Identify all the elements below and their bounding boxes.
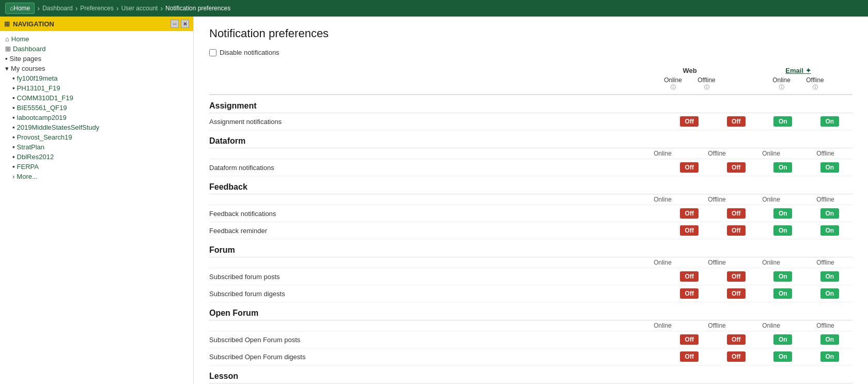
course-5-link[interactable]: labootcamp2019 (17, 114, 67, 121)
disable-notifications-row: Disable notifications (209, 49, 853, 56)
btn-email-offline-4-0[interactable]: On (820, 334, 839, 345)
sidebar-close-btn[interactable]: ✕ (181, 20, 189, 28)
notif-row-label-2-1: Feedback reminder (209, 227, 667, 235)
sidebar-item-course-7[interactable]: ▪ Provost_Search19 (0, 132, 193, 142)
course-4-link[interactable]: BIE55561_QF19 (17, 104, 67, 112)
btn-web-online-4-1[interactable]: Off (680, 351, 699, 362)
breadcrumb-user-account[interactable]: User account (121, 5, 158, 12)
breadcrumb-dashboard[interactable]: Dashboard (42, 5, 73, 12)
category-header-2: Feedback (209, 176, 853, 194)
sidebar-item-dashboard[interactable]: ⊞ Dashboard (0, 44, 193, 54)
more-link[interactable]: More... (17, 173, 37, 180)
email-offline-header: Offline ⓘ (798, 76, 832, 91)
sidebar-item-course-1[interactable]: ▪ fy100f19meta (0, 73, 193, 83)
btn-web-online-2-0[interactable]: Off (680, 208, 699, 219)
notif-row-1-0: Dataform notificationsOffOffOnOn (209, 159, 853, 176)
btn-email-offline-2-0[interactable]: On (820, 208, 839, 219)
sidebar-item-course-9[interactable]: ▪ DblRes2012 (0, 152, 193, 162)
column-headers: Web Online ⓘ Offline ⓘ Email ✦ (209, 67, 853, 95)
course-1-link[interactable]: fy100f19meta (17, 74, 58, 82)
btn-email-online-2-0[interactable]: On (773, 208, 792, 219)
btn-email-online-4-0[interactable]: On (773, 334, 792, 345)
dashboard-link[interactable]: Dashboard (13, 45, 46, 53)
btn-email-online-4-1[interactable]: On (773, 351, 792, 362)
sidebar-item-course-4[interactable]: ▪ BIE55561_QF19 (0, 103, 193, 113)
course-2-link[interactable]: PH13101_F19 (17, 84, 60, 92)
disable-notifications-checkbox[interactable] (209, 49, 216, 56)
sidebar-item-course-8[interactable]: ▪ StratPlan (0, 142, 193, 152)
course-10-link[interactable]: FERPA (17, 163, 39, 171)
web-label: Web (683, 67, 696, 74)
sidebar-item-course-3[interactable]: ▪ COMM310D1_F19 (0, 93, 193, 103)
btn-email-online-3-0[interactable]: On (773, 271, 792, 282)
sidebar: ⊞ NAVIGATION ─ ✕ ⌂ Home ⊞ Dashboard ▪ Si… (0, 17, 194, 384)
btn-email-offline-3-0[interactable]: On (820, 271, 839, 282)
btn-web-online-4-0[interactable]: Off (680, 334, 699, 345)
btn-email-offline-0-0[interactable]: On (820, 116, 839, 127)
sidebar-item-course-5[interactable]: ▪ labootcamp2019 (0, 113, 193, 122)
sidebar-item-home[interactable]: ⌂ Home (0, 34, 193, 44)
web-online-header: Online ⓘ (656, 76, 690, 91)
column-group-headers: Web Online ⓘ Offline ⓘ Email ✦ (636, 67, 853, 91)
category-sub-header-2: Online Offline Online Offline (209, 194, 853, 205)
course-6-link[interactable]: 2019MiddleStatesSelfStudy (17, 124, 100, 131)
breadcrumb: ⌂ Home › Dashboard › Preferences › User … (5, 3, 230, 14)
notif-row-label-3-1: Subscribed forum digests (209, 290, 667, 298)
category-header-3: Forum (209, 239, 853, 257)
sidebar-minimize-btn[interactable]: ─ (171, 20, 179, 28)
btn-email-offline-2-1[interactable]: On (820, 225, 839, 236)
sidebar-item-more[interactable]: › More... (0, 172, 193, 181)
btn-email-online-2-1[interactable]: On (773, 225, 792, 236)
breadcrumb-sep-4: › (160, 4, 163, 12)
btn-email-offline-1-0[interactable]: On (820, 162, 839, 173)
btn-web-offline-4-0[interactable]: Off (727, 334, 746, 345)
course-3-link[interactable]: COMM310D1_F19 (17, 94, 73, 102)
btn-web-offline-3-0[interactable]: Off (727, 271, 746, 282)
home-link[interactable]: Home (11, 35, 29, 43)
course-9-link[interactable]: DblRes2012 (17, 153, 54, 161)
web-offline-header: Offline ⓘ (690, 76, 723, 91)
btn-web-online-3-0[interactable]: Off (680, 271, 699, 282)
web-offline-info: ⓘ (690, 84, 723, 91)
breadcrumb-home[interactable]: ⌂ Home (5, 3, 35, 14)
btn-web-online-2-1[interactable]: Off (680, 225, 699, 236)
btn-email-online-1-0[interactable]: On (773, 162, 792, 173)
sidebar-item-course-10[interactable]: ▪ FERPA (0, 162, 193, 172)
course-folder-icon: ▪ (12, 74, 15, 82)
sidebar-controls: ─ ✕ (171, 20, 189, 28)
btn-web-online-0-0[interactable]: Off (680, 116, 699, 127)
nav-icon: ⊞ (4, 20, 10, 28)
notif-row-label-4-1: Subscribed Open Forum digests (209, 353, 667, 361)
category-open-forum: Open Forum Online Offline Online Offline… (209, 302, 853, 365)
breadcrumb-preferences[interactable]: Preferences (80, 5, 114, 12)
btn-web-offline-4-1[interactable]: Off (727, 351, 746, 362)
category-dataform: Dataform Online Offline Online Offline D… (209, 130, 853, 176)
btn-email-online-3-1[interactable]: On (773, 288, 792, 299)
sidebar-header: ⊞ NAVIGATION ─ ✕ (0, 17, 193, 31)
btn-web-offline-2-0[interactable]: Off (727, 208, 746, 219)
course-7-link[interactable]: Provost_Search19 (17, 133, 72, 141)
sidebar-item-course-2[interactable]: ▪ PH13101_F19 (0, 83, 193, 93)
email-label[interactable]: Email ✦ (785, 67, 811, 74)
notif-row-3-0: Subscribed forum postsOffOffOnOn (209, 268, 853, 285)
btn-email-offline-4-1[interactable]: On (820, 351, 839, 362)
btn-email-online-0-0[interactable]: On (773, 116, 792, 127)
btn-web-offline-2-1[interactable]: Off (727, 225, 746, 236)
btn-email-offline-3-1[interactable]: On (820, 288, 839, 299)
btn-web-online-1-0[interactable]: Off (680, 162, 699, 173)
sidebar-item-course-6[interactable]: ▪ 2019MiddleStatesSelfStudy (0, 122, 193, 132)
course-folder-icon-10: ▪ (12, 163, 15, 171)
btn-web-offline-1-0[interactable]: Off (727, 162, 746, 173)
btn-web-offline-0-0[interactable]: Off (727, 116, 746, 127)
category-sub-header-3: Online Offline Online Offline (209, 257, 853, 268)
course-8-link[interactable]: StratPlan (17, 143, 44, 151)
layout: ⊞ NAVIGATION ─ ✕ ⌂ Home ⊞ Dashboard ▪ Si… (0, 17, 868, 384)
main-content: Notification preferences Disable notific… (194, 17, 868, 384)
btn-web-offline-3-1[interactable]: Off (727, 288, 746, 299)
btn-web-online-3-1[interactable]: Off (680, 288, 699, 299)
notif-row-label-1-0: Dataform notifications (209, 164, 667, 172)
notif-buttons-3-0: OffOffOnOn (667, 271, 853, 282)
web-sub-headers: Online ⓘ Offline ⓘ (656, 76, 723, 91)
email-offline-info: ⓘ (798, 84, 832, 91)
dashboard-icon: ⊞ (5, 45, 11, 53)
